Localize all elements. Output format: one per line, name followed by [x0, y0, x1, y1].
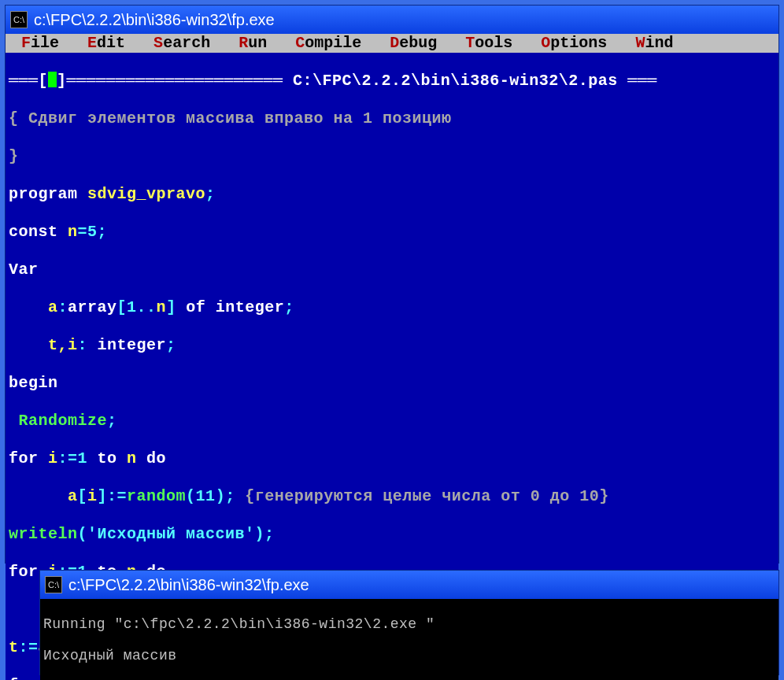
menu-search-hotkey[interactable]: S	[153, 34, 163, 52]
menu-debug-hotkey[interactable]: D	[390, 34, 399, 52]
menu-search[interactable]: earch	[163, 34, 210, 52]
code-line[interactable]: { Сдвиг элементов массива вправо на 1 по…	[9, 109, 778, 128]
menu-options[interactable]: ptions	[550, 34, 607, 52]
menu-run-hotkey[interactable]: R	[239, 34, 248, 52]
code-line[interactable]: program sdvig_vpravo;	[9, 185, 778, 204]
file-path: C:\FPC\2.2.2\bin\i386-win32\2.pas	[283, 72, 628, 90]
menu-compile-hotkey[interactable]: C	[295, 34, 305, 52]
menu-window[interactable]: ind	[645, 34, 673, 52]
code-line[interactable]: for i:=1 to n do	[9, 449, 778, 468]
text-cursor	[48, 72, 57, 87]
menu-file-hotkey[interactable]: F	[21, 34, 31, 52]
menu-edit-hotkey[interactable]: E	[87, 34, 97, 52]
title-bar[interactable]: C:\ c:\FPC\2.2.2\bin\i386-win32\fp.exe	[6, 6, 778, 34]
editor-frame-top: ═══[]══════════════════════ C:\FPC\2.2.2…	[9, 72, 778, 91]
output-window-title: c:\FPC\2.2.2\bin\i386-win32\fp.exe	[68, 576, 309, 594]
code-line[interactable]: begin	[9, 374, 778, 393]
console-line: Running "c:\fpc\2.2.2\bin\i386-win32\2.e…	[43, 616, 775, 632]
menu-edit[interactable]: dit	[97, 34, 125, 52]
code-line[interactable]: Randomize;	[9, 412, 778, 431]
code-line[interactable]: writeln('Исходный массив');	[9, 525, 778, 544]
menu-debug[interactable]: ebug	[399, 34, 437, 52]
menu-options-hotkey[interactable]: O	[541, 34, 550, 52]
code-line[interactable]: Var	[9, 261, 778, 279]
editor-window: C:\ c:\FPC\2.2.2\bin\i386-win32\fp.exe F…	[5, 5, 779, 564]
code-line[interactable]: t,i: integer;	[9, 336, 778, 355]
window-title: c:\FPC\2.2.2\bin\i386-win32\fp.exe	[34, 11, 275, 29]
cmd-icon[interactable]: C:\	[45, 576, 62, 593]
menu-compile[interactable]: ompile	[305, 34, 361, 52]
cmd-icon[interactable]: C:\	[10, 11, 28, 28]
console-line: Исходный массив	[43, 648, 775, 663]
menu-run[interactable]: un	[248, 34, 267, 52]
output-window: C:\ c:\FPC\2.2.2\bin\i386-win32\fp.exe R…	[39, 570, 779, 675]
menu-tools-hotkey[interactable]: T	[465, 34, 475, 52]
code-line[interactable]: const n=5;	[9, 223, 778, 242]
output-title-bar[interactable]: C:\ c:\FPC\2.2.2\bin\i386-win32\fp.exe	[40, 571, 778, 599]
code-line[interactable]: }	[9, 147, 778, 166]
menu-bar[interactable]: File Edit Search Run Compile Debug Tools…	[6, 34, 778, 53]
code-line[interactable]: a[i]:=random(11); {генерируются целые чи…	[9, 487, 778, 506]
menu-window-hotkey[interactable]: W	[635, 34, 645, 52]
console-output[interactable]: Running "c:\fpc\2.2.2\bin\i386-win32\2.e…	[40, 599, 778, 680]
menu-file[interactable]: ile	[31, 34, 59, 52]
code-line[interactable]: a:array[1..n] of integer;	[9, 298, 778, 317]
menu-tools[interactable]: ools	[475, 34, 512, 52]
